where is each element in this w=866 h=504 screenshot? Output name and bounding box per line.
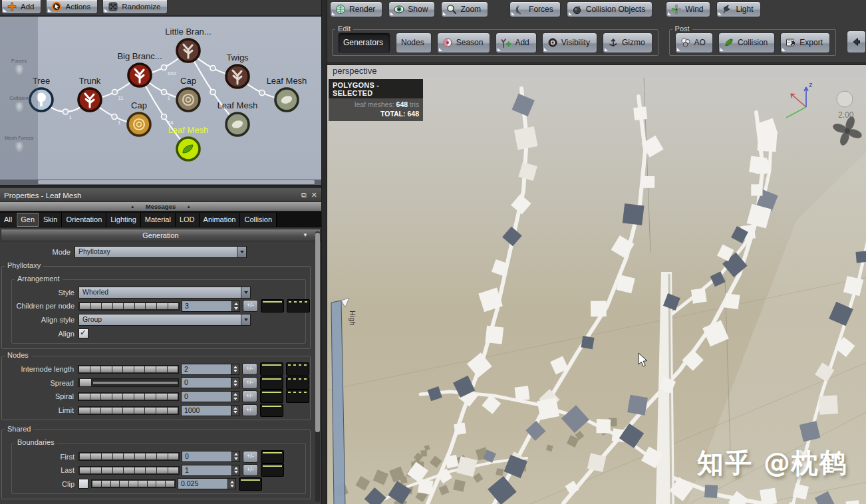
spread-curve-widget[interactable] [260,376,283,390]
tab-collision[interactable]: Collision [240,213,277,227]
graph-node-leaf-right[interactable] [275,88,298,111]
limit-plusminus-button[interactable]: +/- [242,404,257,416]
graph-node-bigbranch[interactable] [128,64,151,86]
spread-plusminus-button[interactable]: +/- [242,377,257,389]
last-slider[interactable] [78,466,180,475]
spread-value[interactable]: 0 [182,378,231,388]
zoom-button[interactable]: Zoom [441,1,488,17]
children-per-node-value[interactable]: 3 [182,301,231,311]
visibility-button[interactable]: Visibility [542,33,597,53]
first-plusminus-button[interactable]: +/- [243,451,258,463]
last-value[interactable]: 1 [182,465,231,475]
clip-checkbox[interactable] [78,479,88,489]
children-per-node-curve-widget[interactable] [261,299,284,313]
first-slider[interactable] [78,452,180,461]
graph-scrollbar-thumb[interactable] [38,180,315,184]
align-style-dropdown[interactable]: Group [78,314,251,326]
clip-slider[interactable] [91,479,176,488]
align-checkbox[interactable] [78,328,88,338]
limit-value[interactable]: 1000 [182,406,231,416]
nodes-button[interactable]: Nodes [396,33,432,53]
children-per-node-plusminus-button[interactable]: +/- [243,300,258,312]
light-button[interactable]: Light [716,1,760,17]
first-curve-widget[interactable] [261,450,284,463]
children-per-node-spinner[interactable] [231,301,239,311]
viewport-canvas[interactable]: z2.00High [327,78,866,504]
post-collision-button[interactable]: Collision [718,33,775,53]
spiral-slider[interactable] [78,392,179,401]
generation-section-header[interactable]: Generation ▼ [1,229,321,241]
tab-animation[interactable]: Animation [200,213,241,227]
spread-slider-handle[interactable] [79,378,92,387]
back-button[interactable] [847,31,866,53]
last-plusminus-button[interactable]: +/- [243,464,258,476]
add-button[interactable]: Add [1,0,41,14]
internode-length-variance-curve-widget[interactable] [286,362,309,376]
internode-length-plusminus-button[interactable]: +/- [242,363,257,375]
properties-scrollbar-thumb[interactable] [315,233,320,432]
node-graph-canvas[interactable]: 1111102124TreeTrunkBig Branc...Little Br… [0,17,321,180]
randomize-button[interactable]: Randomize [102,0,168,14]
spiral-spinner[interactable] [231,392,239,402]
tab-lod[interactable]: LOD [176,213,200,227]
palette-item-collision[interactable]: Collision [0,95,38,113]
internode-length-value[interactable]: 2 [182,364,231,374]
spiral-plusminus-button[interactable]: +/- [242,390,257,402]
spread-slider[interactable] [78,378,179,387]
spiral-curve-widget[interactable] [260,390,283,403]
graph-node-cap-tan[interactable] [177,88,200,111]
first-spinner[interactable] [231,451,239,461]
tab-all[interactable]: All [0,213,17,227]
generators-button[interactable]: Generators [338,33,390,53]
tab-skin[interactable]: Skin [39,213,62,227]
connection-port[interactable] [112,90,118,95]
viewport-3d[interactable]: perspective z2.00High POLYGONS - SELECTE… [327,64,866,504]
connection-port[interactable] [210,66,216,71]
season-button[interactable]: Season [437,33,491,53]
show-button[interactable]: Show [388,1,435,17]
collision-objects-button[interactable]: Collision Objects [567,1,652,17]
limit-slider[interactable] [78,406,179,415]
connection-port[interactable] [162,90,167,95]
float-window-icon[interactable]: ⧉ [301,191,307,199]
tab-material[interactable]: Material [141,213,176,227]
export-button[interactable]: Export [780,33,830,53]
internode-length-spinner[interactable] [231,364,239,374]
forces-button[interactable]: Forces [509,1,561,17]
palette-item-forces[interactable]: Forces [0,58,38,76]
mode-dropdown[interactable]: Phyllotaxy [74,246,247,258]
properties-scrollbar[interactable] [315,231,320,502]
clip-spinner[interactable] [227,479,235,489]
internode-length-curve-widget[interactable] [260,362,283,376]
connection-port[interactable] [63,109,69,114]
spiral-variance-curve-widget[interactable] [286,390,309,403]
graph-node-leaf-mid[interactable] [226,113,249,136]
ao-button[interactable]: AO [675,33,713,53]
node-graph-panel[interactable]: 1111102124TreeTrunkBig Branc...Little Br… [0,16,321,185]
actions-button[interactable]: Actions [46,0,98,14]
spread-spinner[interactable] [231,378,239,388]
add-generator-button[interactable]: Add [496,33,536,53]
connection-port[interactable] [259,90,265,96]
connection-port[interactable] [162,65,167,70]
graph-node-littlebranch[interactable] [177,39,200,62]
properties-titlebar[interactable]: Properties - Leaf Mesh ⧉ ✕ [0,189,321,202]
spiral-value[interactable]: 0 [182,392,231,402]
limit-curve-widget[interactable] [260,404,283,417]
tab-orientation[interactable]: Orientation [62,213,106,227]
render-button[interactable]: Render [330,1,382,17]
connection-port[interactable] [210,90,216,95]
style-dropdown[interactable]: Whorled [78,287,251,299]
tab-gen[interactable]: Gen [17,213,39,227]
last-spinner[interactable] [231,465,239,475]
graph-node-leaf-sel[interactable] [177,138,200,160]
palette-item-mesh-forces[interactable]: Mesh Forces [0,135,38,153]
camera-label[interactable]: perspective [327,65,866,78]
internode-length-slider[interactable] [78,365,179,374]
children-per-node-slider[interactable] [78,302,180,311]
connection-port[interactable] [112,114,117,120]
children-per-node-variance-curve-widget[interactable] [287,299,310,313]
close-icon[interactable]: ✕ [311,191,317,199]
spread-variance-curve-widget[interactable] [286,376,309,390]
graph-node-twigs[interactable] [226,65,249,88]
